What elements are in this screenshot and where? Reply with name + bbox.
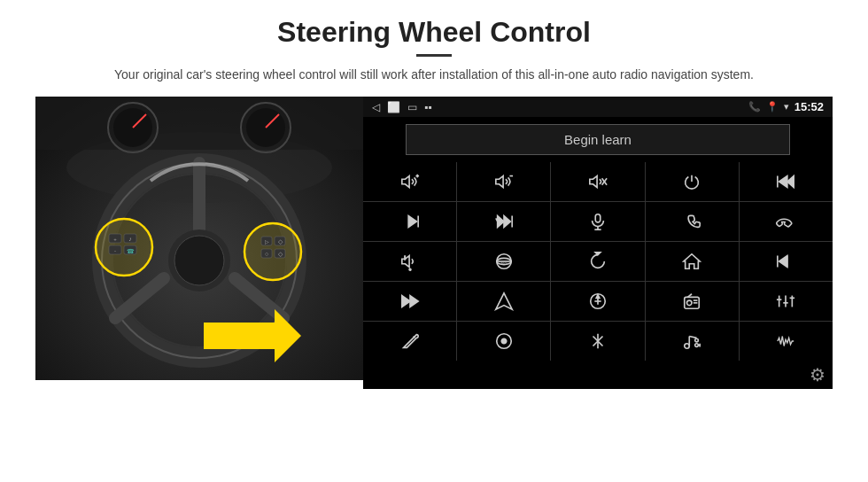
svg-point-94 (695, 344, 699, 347)
svg-rect-53 (595, 214, 601, 222)
svg-text:-: - (114, 248, 116, 253)
svg-marker-46 (787, 176, 794, 188)
settings-row: ⚙ (363, 361, 833, 389)
control-panel: ◁ ⬜ ▭ ▪▪ 📞 📍 ▾ 15:52 Begin learn (363, 97, 833, 380)
svg-text:!: ! (404, 256, 405, 260)
svg-rect-2 (35, 97, 363, 150)
svg-marker-48 (408, 216, 416, 228)
svg-text:☎: ☎ (127, 248, 135, 254)
svg-point-88 (501, 338, 507, 344)
svg-marker-41 (590, 176, 597, 188)
speaker-button[interactable]: ! (363, 242, 456, 281)
svg-marker-74 (596, 295, 600, 299)
svg-marker-51 (497, 216, 503, 228)
bluetooth-button[interactable] (551, 322, 644, 361)
svg-marker-63 (594, 252, 601, 255)
home-button[interactable] (646, 242, 739, 281)
360-view-button[interactable]: 360° (457, 242, 550, 281)
equalizer-button[interactable] (740, 282, 833, 321)
svg-marker-69 (410, 296, 418, 307)
edit-button[interactable] (363, 322, 456, 361)
hang-up-button[interactable] (740, 202, 833, 241)
power-button[interactable] (646, 162, 739, 201)
phone-icon: 📞 (748, 101, 761, 113)
page-title: Steering Wheel Control (277, 16, 591, 49)
svg-text:○: ○ (265, 251, 268, 257)
radio-button[interactable] (646, 282, 739, 321)
steering-wheel-panel: + - ☎ ♪ ▷ ◇ ○ ◇ (35, 97, 363, 380)
begin-learn-button[interactable]: Begin learn (406, 124, 790, 155)
settings-icon[interactable]: ⚙ (810, 364, 825, 385)
square-icon[interactable]: ▭ (407, 101, 417, 113)
circle-dot-button[interactable] (457, 322, 550, 361)
location-icon: 📍 (766, 101, 779, 113)
icon-grid: ! 360° (363, 162, 833, 361)
mute-button[interactable] (551, 162, 644, 201)
status-bar: ◁ ⬜ ▭ ▪▪ 📞 📍 ▾ 15:52 (363, 97, 833, 117)
back-arrow-icon[interactable]: ◁ (372, 101, 380, 113)
vol-down-button[interactable] (457, 162, 550, 201)
status-left: ◁ ⬜ ▭ ▪▪ (372, 101, 432, 113)
mic-button[interactable] (551, 202, 644, 241)
wifi-icon: ▾ (784, 101, 789, 113)
signal-icon: ▪▪ (424, 101, 432, 113)
vol-up-button[interactable] (363, 162, 456, 201)
svg-text:360°: 360° (500, 262, 508, 266)
content-area: + - ☎ ♪ ▷ ◇ ○ ◇ (35, 97, 833, 380)
svg-marker-36 (401, 176, 408, 188)
window-icon[interactable]: ⬜ (387, 101, 400, 113)
back-button[interactable] (551, 242, 644, 281)
svg-line-92 (689, 337, 696, 338)
svg-point-93 (695, 338, 699, 342)
svg-point-76 (687, 300, 693, 306)
next-track-button[interactable] (363, 202, 456, 241)
svg-marker-68 (401, 296, 409, 307)
svg-marker-66 (779, 256, 787, 268)
prev-track-call-button[interactable] (740, 162, 833, 201)
svg-marker-45 (779, 176, 787, 188)
waveform-button[interactable] (740, 322, 833, 361)
begin-learn-row: Begin learn (363, 117, 833, 162)
fast-fwd2-button[interactable] (363, 282, 456, 321)
svg-marker-56 (401, 256, 408, 268)
navigate-button[interactable] (457, 282, 550, 321)
fast-forward-button[interactable] (457, 202, 550, 241)
clock-display: 15:52 (794, 100, 824, 113)
svg-point-16 (174, 236, 224, 285)
svg-point-90 (685, 344, 690, 349)
page-container: Steering Wheel Control Your original car… (0, 0, 868, 482)
phone-button[interactable] (646, 202, 739, 241)
svg-point-26 (244, 223, 301, 280)
title-divider (416, 54, 452, 57)
eq-button[interactable] (551, 282, 644, 321)
status-right: 📞 📍 ▾ 15:52 (748, 100, 824, 113)
page-subtitle: Your original car's steering wheel contr… (114, 66, 754, 84)
svg-text:+: + (113, 237, 117, 242)
svg-text:♪: ♪ (128, 236, 132, 242)
skip-back-button[interactable] (740, 242, 833, 281)
svg-marker-39 (496, 176, 503, 188)
svg-text:▷: ▷ (265, 239, 269, 245)
svg-marker-70 (496, 293, 512, 309)
svg-point-57 (409, 268, 411, 270)
music-settings-button[interactable] (646, 322, 739, 361)
svg-marker-64 (684, 254, 700, 269)
